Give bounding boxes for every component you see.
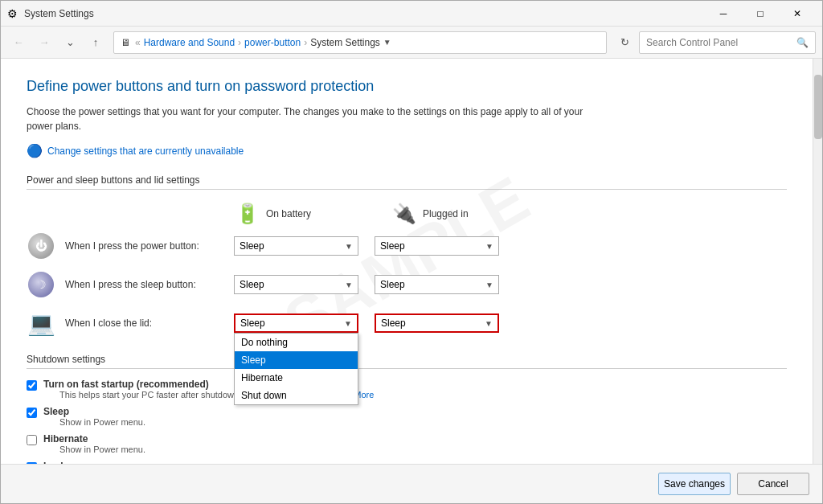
column-headers: 🔋 On battery 🔌 Plugged in [235, 203, 787, 225]
sleep-button-controls: Sleep ▼ Sleep ▼ [234, 275, 499, 294]
hibernate-label: Hibernate [43, 433, 145, 445]
power-button-controls: Sleep ▼ Sleep ▼ [234, 236, 499, 256]
sleep-plugged-value: Sleep [380, 279, 485, 290]
navbar: ← → ⌄ ↑ 🖥 « Hardware and Sound › power-b… [1, 27, 822, 59]
fast-startup-row: Turn on fast startup (recommended) This … [27, 379, 787, 400]
shutdown-title: Shutdown settings [27, 354, 787, 369]
hibernate-sublabel: Show in Power menu. [59, 445, 145, 454]
titlebar-left: ⚙ System Settings [7, 7, 94, 20]
minimize-button[interactable]: ─ [705, 1, 742, 27]
back-button: ← [7, 31, 30, 54]
option-hibernate[interactable]: Hibernate [235, 369, 358, 387]
change-settings-link[interactable]: 🔵 Change settings that are currently una… [27, 143, 787, 158]
cancel-button[interactable]: Cancel [737, 473, 809, 495]
sleep-plugged-arrow: ▼ [485, 281, 493, 289]
sleep-button-label: When I press the sleep button: [65, 279, 234, 290]
page-description: Choose the power settings that you want … [27, 104, 589, 133]
lock-label: Lock [43, 461, 180, 464]
option-sleep[interactable]: Sleep [235, 351, 358, 369]
search-input[interactable] [646, 37, 793, 48]
sleep-battery-arrow: ▼ [345, 281, 353, 289]
breadcrumb: 🖥 « Hardware and Sound › power-button › … [113, 31, 607, 54]
titlebar-controls: ─ □ ✕ [705, 1, 816, 27]
sleep-shutdown-label: Sleep [43, 406, 145, 417]
recent-button[interactable]: ⌄ [59, 31, 81, 54]
fast-startup-checkbox[interactable] [27, 380, 37, 391]
lid-battery-dropdown-wrapper: Sleep ▼ Do nothing Sleep Hibernate Shut … [234, 313, 358, 333]
sleep-row: Sleep Show in Power menu. [27, 406, 787, 427]
titlebar-title: System Settings [24, 8, 94, 19]
breadcrumb-separator-0: « [135, 37, 141, 48]
power-battery-arrow: ▼ [345, 242, 353, 251]
sleep-sublabel: Show in Power menu. [59, 417, 145, 427]
option-shut-down[interactable]: Shut down [235, 387, 358, 404]
lid-label: When I close the lid: [65, 318, 234, 329]
sleep-battery-dropdown[interactable]: Sleep ▼ [234, 275, 358, 294]
battery-icon: 🔋 [235, 203, 260, 225]
main-panel: SAMPLE Define power buttons and turn on … [1, 59, 813, 464]
hibernate-row: Hibernate Show in Power menu. [27, 433, 787, 454]
forward-button: → [33, 31, 55, 54]
battery-header: 🔋 On battery [235, 203, 376, 225]
breadcrumb-power-options[interactable]: power-button [244, 37, 301, 48]
sleep-button-icon: ☽ [27, 270, 55, 299]
power-button-icon: ⏻ [27, 232, 55, 260]
lid-battery-dropdown[interactable]: Sleep ▼ [234, 313, 358, 333]
lid-icon: 💻 [27, 309, 55, 338]
footer: Save changes Cancel [1, 464, 822, 503]
lid-battery-value: Sleep [240, 318, 344, 329]
lid-plugged-arrow: ▼ [485, 319, 493, 328]
page-title: Define power buttons and turn on passwor… [27, 78, 787, 95]
lid-plugged-value: Sleep [381, 318, 485, 329]
maximize-button[interactable]: □ [742, 1, 779, 27]
save-button[interactable]: Save changes [658, 473, 731, 495]
content-area: SAMPLE Define power buttons and turn on … [1, 59, 822, 464]
power-plugged-dropdown[interactable]: Sleep ▼ [375, 236, 499, 256]
scrollbar[interactable] [813, 59, 822, 464]
titlebar: ⚙ System Settings ─ □ ✕ [1, 1, 822, 27]
power-plugged-arrow: ▼ [485, 242, 493, 251]
app-icon: ⚙ [7, 7, 18, 20]
system-settings-window: ⚙ System Settings ─ □ ✕ ← → ⌄ ↑ 🖥 « Hard… [0, 0, 823, 504]
search-bar: 🔍 [639, 31, 816, 54]
sleep-battery-value: Sleep [240, 279, 345, 290]
breadcrumb-hardware[interactable]: Hardware and Sound [144, 37, 235, 48]
power-battery-dropdown[interactable]: Sleep ▼ [234, 236, 358, 256]
lid-plugged-dropdown[interactable]: Sleep ▼ [375, 313, 499, 333]
lid-controls: Sleep ▼ Do nothing Sleep Hibernate Shut … [234, 313, 499, 333]
lid-battery-menu: Do nothing Sleep Hibernate Shut down [234, 333, 358, 405]
change-settings-icon: 🔵 [27, 143, 43, 158]
power-plugged-value: Sleep [380, 240, 485, 252]
plugged-label: Plugged in [423, 208, 469, 219]
close-button[interactable]: ✕ [779, 1, 816, 27]
section1-header: Power and sleep buttons and lid settings [27, 174, 787, 190]
refresh-button[interactable]: ↻ [613, 31, 636, 54]
lock-row: Lock Show in account picture menu. [27, 461, 787, 464]
breadcrumb-dropdown[interactable]: ▼ [383, 38, 391, 47]
plugged-header: 🔌 Plugged in [392, 203, 533, 225]
power-battery-value: Sleep [240, 240, 345, 252]
lid-battery-arrow: ▼ [344, 319, 352, 328]
option-do-nothing[interactable]: Do nothing [235, 334, 358, 351]
lid-row: 💻 When I close the lid: Sleep ▼ Do nothi… [27, 309, 787, 338]
plugged-icon: 🔌 [392, 203, 416, 225]
shutdown-section: Shutdown settings Turn on fast startup (… [27, 354, 787, 464]
breadcrumb-current: System Settings [310, 37, 380, 48]
lock-checkbox[interactable] [27, 462, 37, 464]
up-button[interactable]: ↑ [84, 31, 107, 54]
sleep-button-row: ☽ When I press the sleep button: Sleep ▼… [27, 270, 787, 299]
search-icon: 🔍 [796, 37, 809, 48]
sleep-checkbox[interactable] [27, 408, 37, 418]
power-button-label: When I press the power button: [65, 240, 234, 252]
scrollbar-thumb[interactable] [814, 75, 822, 139]
change-settings-text: Change settings that are currently unava… [47, 145, 244, 157]
breadcrumb-root-icon: 🖥 [121, 37, 130, 48]
hibernate-checkbox[interactable] [27, 435, 37, 445]
power-button-row: ⏻ When I press the power button: Sleep ▼… [27, 232, 787, 260]
battery-label: On battery [266, 208, 311, 219]
sleep-plugged-dropdown[interactable]: Sleep ▼ [375, 275, 499, 294]
